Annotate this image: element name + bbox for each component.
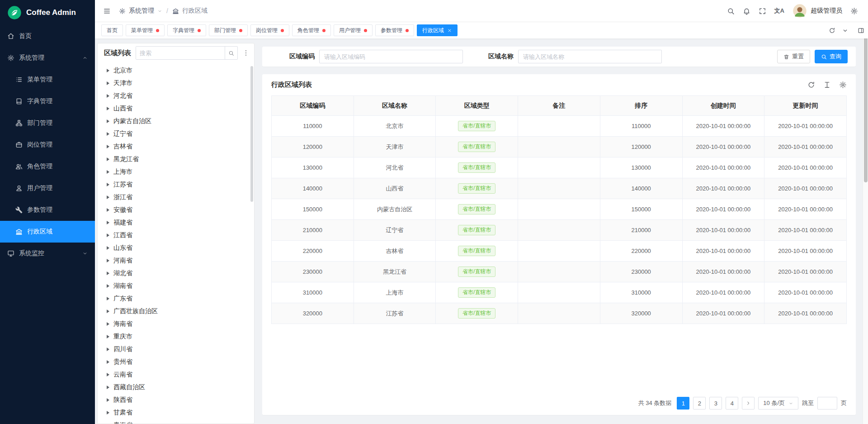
page-size-select[interactable]: 10 条/页	[758, 397, 798, 410]
tree-item[interactable]: 福建省	[103, 216, 250, 229]
close-icon[interactable]	[447, 28, 452, 33]
sidebar-item-admin-region[interactable]: 行政区域	[0, 221, 95, 243]
pagination-total: 共 34 条数据	[638, 399, 672, 407]
tab-dict[interactable]: 字典管理	[167, 24, 206, 36]
settings-gear-icon[interactable]	[850, 7, 858, 15]
region-code-input[interactable]	[319, 50, 463, 63]
tree-item[interactable]: 黑龙江省	[103, 153, 250, 166]
tab-dept[interactable]: 部门管理	[209, 24, 248, 36]
table-row[interactable]: 120000天津市省市/直辖市1200002020-10-01 00:00:00…	[272, 137, 847, 157]
sidebar-item-post-management[interactable]: 岗位管理	[0, 134, 95, 156]
sidebar-item-user-management[interactable]: 用户管理	[0, 177, 95, 199]
search-icon[interactable]	[727, 7, 735, 15]
content: 区域列表 北京市天津市河北省山西省内蒙古自治区辽宁省吉林省黑龙江省上海市江苏省浙…	[95, 38, 868, 424]
tree-item-label: 广东省	[113, 295, 132, 303]
region-panel-scrollbar[interactable]	[250, 66, 253, 202]
sidebar-item-role-management[interactable]: 角色管理	[0, 156, 95, 177]
tree-item[interactable]: 湖南省	[103, 280, 250, 292]
tab-menu[interactable]: 菜单管理	[126, 24, 165, 36]
tree-item[interactable]: 河南省	[103, 254, 250, 267]
table-row[interactable]: 310000上海市省市/直辖市3100002020-10-01 00:00:00…	[272, 282, 847, 303]
tab-param[interactable]: 参数管理	[375, 24, 414, 36]
table-row[interactable]: 230000黑龙江省省市/直辖市2300002020-10-01 00:00:0…	[272, 262, 847, 282]
tree-item[interactable]: 浙江省	[103, 191, 250, 204]
sidebar-item-system-monitor[interactable]: 系统监控	[0, 243, 95, 264]
more-options-icon[interactable]	[242, 49, 250, 57]
tab-home[interactable]: 首页	[101, 24, 123, 36]
reset-button[interactable]: 重置	[777, 50, 810, 63]
tree-item[interactable]: 西藏自治区	[103, 381, 250, 394]
sidebar-item-home[interactable]: 首页	[0, 25, 95, 47]
table-settings-icon[interactable]	[839, 81, 847, 89]
next-page-button[interactable]	[742, 397, 755, 410]
table-row[interactable]: 130000河北省省市/直辖市1300002020-10-01 00:00:00…	[272, 157, 847, 178]
table-row[interactable]: 150000内蒙古自治区省市/直辖市1500002020-10-01 00:00…	[272, 199, 847, 220]
tree-item[interactable]: 青海省	[103, 419, 250, 424]
tree-item[interactable]: 河北省	[103, 90, 250, 102]
cell-type: 省市/直辖市	[436, 178, 518, 199]
region-name-input[interactable]	[518, 50, 662, 63]
column-settings-icon[interactable]	[823, 81, 831, 89]
table-row[interactable]: 220000吉林省省市/直辖市2200002020-10-01 00:00:00…	[272, 241, 847, 262]
tree-item[interactable]: 四川省	[103, 343, 250, 356]
tab-post[interactable]: 岗位管理	[250, 24, 289, 36]
page-button-2[interactable]: 2	[693, 397, 706, 410]
breadcrumb-item-system[interactable]: 系统管理	[129, 7, 154, 15]
sidebar-item-dict-management[interactable]: 字典管理	[0, 91, 95, 112]
jump-input[interactable]	[817, 397, 837, 410]
table-row[interactable]: 210000辽宁省省市/直辖市2100002020-10-01 00:00:00…	[272, 220, 847, 241]
tree-item[interactable]: 山西省	[103, 102, 250, 115]
tree-item[interactable]: 陕西省	[103, 394, 250, 406]
cell-updated: 2020-10-01 00:00:00	[764, 137, 847, 157]
tab-region[interactable]: 行政区域	[417, 24, 458, 36]
column-header: 备注	[518, 96, 600, 116]
sidebar-item-system-management[interactable]: 系统管理	[0, 47, 95, 69]
cell-created: 2020-10-01 00:00:00	[682, 241, 764, 262]
tree-item[interactable]: 安徽省	[103, 204, 250, 216]
table-row[interactable]: 320000江苏省省市/直辖市3200002020-10-01 00:00:00…	[272, 303, 847, 324]
tree-item[interactable]: 天津市	[103, 77, 250, 90]
avatar[interactable]	[793, 4, 807, 18]
translate-icon[interactable]: 文A	[774, 7, 784, 15]
tree-item[interactable]: 云南省	[103, 368, 250, 381]
tree-item[interactable]: 甘肃省	[103, 406, 250, 419]
user-menu[interactable]: 超级管理员	[793, 4, 842, 18]
page-button-3[interactable]: 3	[709, 397, 722, 410]
search-button[interactable]: 查询	[815, 50, 848, 63]
tree-item[interactable]: 江苏省	[103, 178, 250, 191]
tree-item[interactable]: 上海市	[103, 166, 250, 178]
tree-item[interactable]: 重庆市	[103, 330, 250, 343]
page-button-1[interactable]: 1	[677, 397, 689, 410]
tree-item[interactable]: 山东省	[103, 242, 250, 254]
page-scrollbar[interactable]	[863, 22, 868, 424]
table-row[interactable]: 110000北京市省市/直辖市1100002020-10-01 00:00:00…	[272, 116, 847, 137]
sidebar-item-param-management[interactable]: 参数管理	[0, 199, 95, 221]
sidebar-item-menu-management[interactable]: 菜单管理	[0, 69, 95, 91]
page-scrollbar-thumb[interactable]	[864, 25, 868, 182]
search-icon[interactable]	[225, 47, 237, 59]
layout-icon[interactable]	[858, 27, 864, 34]
tree-item[interactable]: 广东省	[103, 292, 250, 305]
tab-user[interactable]: 用户管理	[334, 24, 373, 36]
tree-item-label: 辽宁省	[113, 130, 132, 138]
tree-item[interactable]: 辽宁省	[103, 128, 250, 140]
page-button-4[interactable]: 4	[726, 397, 738, 410]
table-row[interactable]: 140000山西省省市/直辖市1400002020-10-01 00:00:00…	[272, 178, 847, 199]
tree-item[interactable]: 贵州省	[103, 356, 250, 368]
region-search-input[interactable]	[136, 47, 225, 59]
tree-item[interactable]: 海南省	[103, 318, 250, 330]
refresh-icon[interactable]	[829, 27, 835, 34]
tree-item[interactable]: 吉林省	[103, 140, 250, 153]
refresh-icon[interactable]	[807, 81, 815, 89]
tree-item[interactable]: 内蒙古自治区	[103, 115, 250, 128]
collapse-menu-icon[interactable]	[103, 7, 111, 15]
tree-item[interactable]: 江西省	[103, 229, 250, 242]
tree-item[interactable]: 广西壮族自治区	[103, 305, 250, 318]
bell-icon[interactable]	[743, 7, 750, 15]
tab-role[interactable]: 角色管理	[292, 24, 331, 36]
fullscreen-icon[interactable]	[759, 7, 766, 15]
tree-item[interactable]: 北京市	[103, 64, 250, 77]
tree-item[interactable]: 湖北省	[103, 267, 250, 280]
sidebar-item-dept-management[interactable]: 部门管理	[0, 112, 95, 134]
tabs-dropdown-icon[interactable]	[842, 27, 849, 34]
